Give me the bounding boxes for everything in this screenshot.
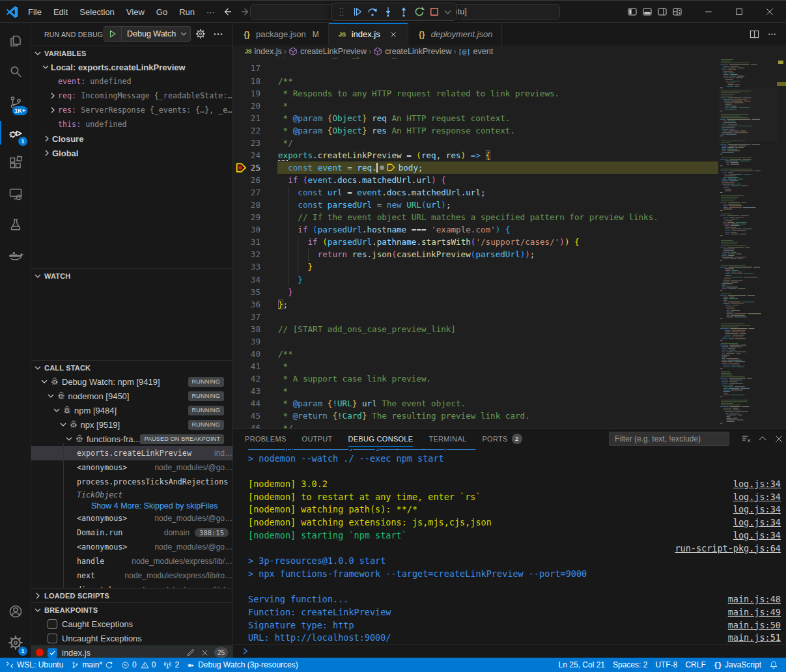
stack-frame-handle[interactable]: handlenode_modules/express/lib/…: [31, 554, 232, 568]
console-source-link[interactable]: main.js:51: [728, 632, 781, 644]
minimize-window-button[interactable]: [693, 1, 723, 23]
variable-res[interactable]: res: ServerResponse {_events: {…}, _e…: [31, 103, 232, 117]
status-notifications[interactable]: [765, 658, 782, 672]
activitybar-explorer[interactable]: [0, 25, 31, 56]
callstack-session[interactable]: npx [9519] RUNNING: [31, 417, 232, 432]
remove-breakpoint-icon[interactable]: [201, 649, 209, 657]
console-filter-input[interactable]: [609, 432, 729, 446]
breakpoint-checkbox[interactable]: [48, 648, 57, 658]
navigate-forward-button[interactable]: [240, 7, 251, 17]
variable-event[interactable]: event: undefined: [31, 74, 232, 89]
section-breakpoints[interactable]: BREAKPOINTS: [31, 602, 232, 617]
variables-scope-global[interactable]: Global: [31, 146, 232, 160]
customize-layout-icon[interactable]: [672, 7, 682, 17]
panel-tab-problems[interactable]: PROBLEMS: [245, 429, 287, 449]
close-panel-icon[interactable]: [774, 434, 784, 444]
activitybar-search[interactable]: [0, 56, 31, 87]
menu-file[interactable]: File: [22, 5, 48, 20]
console-source-link[interactable]: log.js:34: [733, 478, 781, 491]
continue-button[interactable]: [350, 4, 365, 20]
maximize-panel-icon[interactable]: [757, 434, 768, 444]
maximize-window-button[interactable]: [723, 1, 754, 23]
activitybar-run-and-debug[interactable]: 1: [0, 117, 31, 148]
callstack-session[interactable]: nodemon [9450] RUNNING: [31, 389, 232, 403]
views-more-actions[interactable]: [213, 29, 223, 39]
section-call-stack[interactable]: CALL STACK: [31, 360, 232, 374]
breakpoint-row-uncaught-exceptions[interactable]: Uncaught Exceptions: [31, 631, 232, 645]
menu-go[interactable]: Go: [150, 5, 173, 20]
stack-frame-processprocessticksandrejections[interactable]: process.processTicksAndRejections: [31, 475, 232, 489]
step-over-button[interactable]: [365, 4, 380, 20]
status-remote[interactable]: WSL: Ubuntu: [1, 658, 67, 672]
menu-edit[interactable]: Edit: [48, 5, 74, 20]
split-editor-icon[interactable]: [750, 29, 759, 39]
callstack-session[interactable]: Debug Watch: npm [9419] RUNNING: [31, 374, 232, 389]
status-encoding[interactable]: UTF-8: [651, 658, 681, 672]
stack-frame-domainrun[interactable]: Domain.rundomain388:15: [31, 525, 232, 540]
status-ports[interactable]: 2: [160, 658, 183, 672]
launch-configuration-dropdown[interactable]: Debug Watch: [104, 26, 191, 42]
section-loaded-scripts[interactable]: LOADED SCRIPTS: [31, 588, 232, 602]
console-source-link[interactable]: log.js:34: [733, 503, 781, 516]
toggle-primary-sidebar-icon[interactable]: [627, 7, 638, 17]
minimap-slider[interactable]: [718, 89, 777, 141]
tab-index.js[interactable]: JSindex.js: [329, 23, 408, 46]
toggle-secondary-sidebar-icon[interactable]: [657, 7, 667, 17]
menu-selection[interactable]: Selection: [74, 5, 120, 20]
stack-frame-anonymous[interactable]: <anonymous>node_modules/@go…: [31, 460, 232, 475]
navigate-back-button[interactable]: [222, 7, 232, 17]
status-problems[interactable]: 00: [117, 658, 160, 672]
code-editor[interactable]: // [END add_ons_preview_link]1718/**19 *…: [233, 57, 786, 428]
callstack-session[interactable]: npm [9484] RUNNING: [31, 403, 232, 417]
menu-overflow[interactable]: ···: [201, 5, 221, 20]
show-more-frames-link[interactable]: Show 4 More: Skipped by skipFiles: [31, 501, 232, 511]
stack-frame-next[interactable]: nextnode_modules/express/lib/ro…: [31, 568, 232, 583]
console-source-link[interactable]: main.js:50: [728, 619, 781, 632]
start-debugging-button[interactable]: [104, 27, 122, 41]
panel-tab-terminal[interactable]: TERMINAL: [428, 429, 466, 449]
activitybar-manage[interactable]: 1: [0, 627, 31, 658]
status-debug[interactable]: Debug Watch (3p-resources): [183, 658, 302, 672]
breadcrumb-item-event[interactable]: [@]event: [458, 47, 494, 56]
breakpoint-row-caught-exceptions[interactable]: Caught Exceptions: [31, 617, 232, 631]
console-source-link[interactable]: main.js:48: [728, 593, 781, 606]
edit-breakpoint-icon[interactable]: [186, 648, 195, 657]
status-eol[interactable]: CRLF: [681, 658, 709, 672]
breadcrumb-item-createLinkPreview[interactable]: createLinkPreview: [373, 47, 451, 56]
close-window-button[interactable]: [754, 1, 785, 23]
section-watch[interactable]: WATCH: [31, 268, 232, 283]
panel-tab-debug-console[interactable]: DEBUG CONSOLE: [348, 429, 414, 449]
tab-package.json[interactable]: {}package.jsonM: [233, 23, 329, 46]
restart-button[interactable]: [412, 4, 427, 20]
variable-this[interactable]: this: undefined: [31, 117, 232, 132]
panel-tab-ports[interactable]: PORTS2: [482, 429, 522, 449]
variables-scope-local[interactable]: Local: exports.createLinkPreview: [31, 60, 232, 74]
menu-view[interactable]: View: [120, 5, 150, 20]
stack-frame-anonymous[interactable]: <anonymous>node_modules/@go…: [31, 540, 232, 554]
activitybar-docker[interactable]: [0, 240, 31, 270]
section-variables[interactable]: VARIABLES: [31, 46, 232, 60]
status-cursor-position[interactable]: Ln 25, Col 21: [555, 658, 609, 672]
stack-frame-tickobject[interactable]: TickObject: [31, 489, 232, 501]
more-actions-button[interactable]: [442, 4, 453, 20]
close-tab-icon[interactable]: [388, 29, 399, 40]
console-source-link[interactable]: log.js:34: [733, 516, 781, 529]
console-source-link[interactable]: main.js:49: [728, 606, 781, 619]
console-source-link[interactable]: log.js:34: [733, 529, 781, 542]
debug-settings-gear-icon[interactable]: [195, 29, 206, 39]
menu-run[interactable]: Run: [173, 5, 201, 20]
console-source-link[interactable]: run-script-pkg.js:64: [675, 542, 781, 555]
activitybar-extensions[interactable]: [0, 148, 31, 178]
breadcrumb-item-index.js[interactable]: JSindex.js: [245, 47, 282, 56]
variables-scope-closure[interactable]: Closure: [31, 132, 232, 146]
status-branch[interactable]: main*: [67, 658, 117, 672]
stack-frame-exportscreatelinkpreview[interactable]: exports.createLinkPreviewind…: [31, 446, 232, 460]
toggle-panel-icon[interactable]: [642, 7, 653, 17]
activitybar-source-control[interactable]: 1K+: [0, 87, 31, 117]
stop-button[interactable]: [427, 4, 442, 20]
callstack-session[interactable]: functions-fra... PAUSED ON BREAKPOINT: [31, 432, 232, 446]
debug-console-input[interactable]: [233, 644, 786, 658]
tab-deployment.json[interactable]: {}deployment.json: [408, 23, 503, 46]
clear-console-icon[interactable]: [741, 434, 751, 444]
console-source-link[interactable]: log.js:34: [733, 491, 781, 504]
